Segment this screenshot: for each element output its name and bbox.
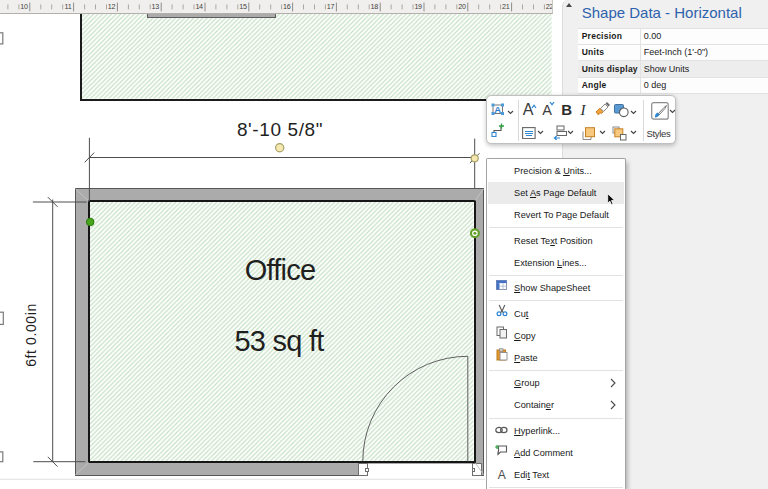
- svg-text:A: A: [494, 104, 501, 115]
